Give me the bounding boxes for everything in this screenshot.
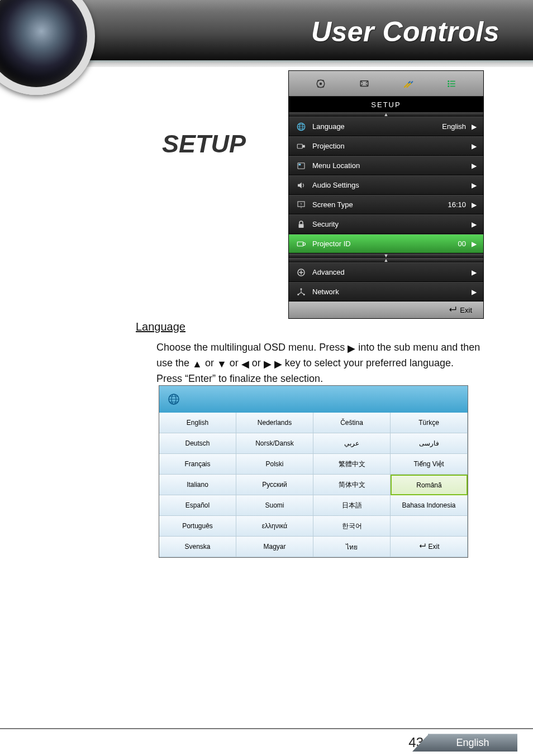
osd-exit-label[interactable]: Exit: [460, 306, 472, 314]
chevron-right-icon: ▶: [472, 269, 477, 276]
svg-rect-12: [302, 145, 305, 147]
osd-row-projection[interactable]: Projection ▶: [289, 136, 483, 156]
svg-rect-18: [297, 242, 303, 246]
tab-options-icon[interactable]: [439, 75, 464, 93]
globe-icon: [167, 393, 180, 406]
plus-circle-icon: [293, 267, 309, 277]
chevron-right-icon: ▶: [472, 288, 477, 296]
chevron-right-icon: ▶: [472, 162, 477, 170]
language-option[interactable]: 日本語: [313, 495, 391, 516]
language-option[interactable]: English: [159, 413, 236, 433]
osd-row-label: Menu Location: [309, 161, 472, 170]
language-option[interactable]: Español: [159, 495, 236, 516]
arrow-right-icon: ▶: [348, 341, 355, 356]
return-icon: [418, 543, 426, 551]
language-option[interactable]: Suomi: [236, 495, 313, 516]
language-option[interactable]: Norsk/Dansk: [236, 433, 313, 454]
osd-row-label: Advanced: [309, 268, 472, 276]
svg-point-3: [448, 80, 449, 82]
arrow-up-icon: ▲: [192, 357, 202, 371]
osd-row-audio-settings[interactable]: Audio Settings ▶: [289, 175, 483, 195]
language-grid: EnglishNederlandsČeštinaTürkçeDeutschNor…: [159, 413, 468, 557]
chevron-right-icon: ▶: [472, 201, 477, 209]
page-footer: 43 English: [0, 729, 533, 756]
language-option[interactable]: Svenska: [159, 537, 236, 557]
language-option[interactable]: عربي: [313, 433, 391, 454]
scroll-up-indicator-2: ▲: [289, 258, 483, 262]
tab-image-icon[interactable]: [308, 75, 333, 93]
language-option[interactable]: Română: [391, 475, 468, 495]
osd-row-security[interactable]: Security ▶: [289, 214, 483, 234]
svg-rect-8: [450, 85, 455, 87]
language-option[interactable]: 简体中文: [313, 475, 391, 495]
svg-rect-17: [299, 224, 304, 228]
language-option[interactable]: ไทย: [313, 537, 391, 557]
osd-row-label: Security: [309, 220, 472, 228]
language-option[interactable]: Bahasa Indonesia: [391, 495, 468, 516]
svg-rect-4: [450, 80, 455, 82]
language-option[interactable]: ελληνικά: [236, 516, 313, 537]
projection-icon: [293, 141, 309, 151]
svg-rect-11: [297, 144, 302, 149]
language-option[interactable]: Nederlands: [236, 413, 313, 433]
language-option[interactable]: Português: [159, 516, 236, 537]
language-option[interactable]: 繁體中文: [313, 454, 391, 475]
chevron-right-icon: ▶: [472, 142, 477, 150]
audio-icon: [293, 180, 309, 190]
language-option[interactable]: 한국어: [313, 516, 391, 537]
svg-rect-6: [450, 83, 455, 84]
language-option[interactable]: Italiano: [159, 475, 236, 495]
osd-tab-bar: [289, 71, 483, 97]
svg-rect-14: [299, 164, 301, 165]
tab-display-icon[interactable]: [352, 75, 377, 93]
osd-row-menu-location[interactable]: Menu Location ▶: [289, 156, 483, 175]
language-option[interactable]: Polski: [236, 454, 313, 475]
chevron-right-icon: ▶: [472, 240, 477, 248]
osd-setup-menu: SETUP ▲ Language English ▶ Projection ▶ …: [288, 70, 484, 319]
arrow-left-icon: ◀: [241, 357, 249, 371]
osd-row-value: 00: [458, 240, 466, 248]
svg-point-7: [448, 85, 449, 87]
language-option[interactable]: Tiếng Việt: [391, 454, 468, 475]
osd-row-value: 16:10: [448, 200, 466, 209]
language-option[interactable]: Français: [159, 454, 236, 475]
chevron-right-icon: ▶: [472, 221, 477, 228]
language-option[interactable]: فارسی: [391, 433, 468, 454]
svg-point-21: [301, 288, 302, 290]
osd-row-screen-type[interactable]: ? Screen Type 16:10 ▶: [289, 195, 483, 214]
svg-text:?: ?: [300, 202, 302, 205]
osd-row-advanced[interactable]: Advanced ▶: [289, 262, 483, 282]
footer-language-pill: English: [428, 734, 517, 752]
osd-row-value: English: [442, 122, 466, 131]
document-page: { "header": { "title": "User Controls" }…: [0, 0, 533, 756]
osd-row-label: Network: [309, 288, 472, 296]
language-panel-header: [159, 386, 468, 413]
language-option[interactable]: Deutsch: [159, 433, 236, 454]
language-option[interactable]: Русский: [236, 475, 313, 495]
menu-location-icon: [293, 161, 309, 171]
language-option: [391, 516, 468, 537]
scroll-up-indicator: ▲: [289, 112, 483, 117]
osd-row-label: Language: [309, 122, 442, 131]
return-icon: [448, 306, 456, 314]
projector-id-icon: [293, 239, 309, 249]
osd-row-network[interactable]: Network ▶: [289, 282, 483, 302]
language-option[interactable]: Čeština: [313, 413, 391, 433]
osd-row-projector-id[interactable]: Projector ID 00 ▶: [289, 234, 483, 253]
arrow-right-icon: ▶: [264, 357, 272, 371]
lens-decoration: [0, 0, 95, 95]
osd-row-label: Screen Type: [309, 200, 448, 209]
screen-type-icon: ?: [293, 200, 309, 210]
page-title: User Controls: [311, 16, 499, 48]
arrow-right-icon: ▶: [274, 357, 282, 371]
language-exit[interactable]: Exit: [391, 537, 468, 557]
tab-setup-icon[interactable]: [396, 75, 420, 93]
language-heading: Language: [136, 320, 185, 333]
globe-icon: [293, 122, 309, 132]
language-option[interactable]: Magyar: [236, 537, 313, 557]
osd-row-label: Projector ID: [309, 240, 458, 248]
osd-row-language[interactable]: Language English ▶: [289, 117, 483, 136]
arrow-down-icon: ▼: [217, 357, 227, 371]
network-icon: [293, 287, 309, 297]
language-option[interactable]: Türkçe: [391, 413, 468, 433]
